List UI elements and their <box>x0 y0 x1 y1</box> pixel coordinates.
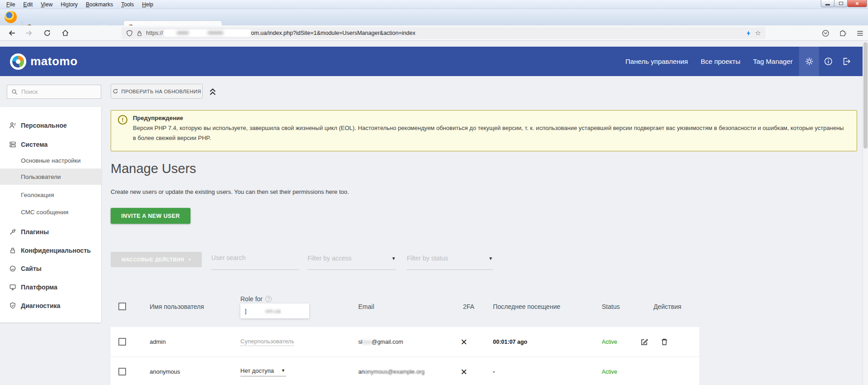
url-redacted-domain <box>164 29 250 37</box>
gear-icon <box>805 57 814 66</box>
window-close-button[interactable]: × <box>847 0 867 7</box>
logout-icon <box>842 57 851 66</box>
matomo-logo[interactable]: matomo <box>10 53 78 70</box>
monitor-icon <box>9 284 16 291</box>
sidebar-search-input[interactable] <box>21 88 89 95</box>
row-checkbox[interactable] <box>118 368 126 375</box>
browser-navigation-toolbar: https://om.ua/index.php?idSite=1&module=… <box>0 25 868 41</box>
column-header-role[interactable]: Role for ? <box>240 295 272 303</box>
server-stack-icon <box>9 141 16 148</box>
forward-button[interactable] <box>24 28 34 38</box>
pocket-icon[interactable] <box>820 28 831 38</box>
nav-dashboard[interactable]: Панель управления <box>619 47 694 76</box>
php-eol-warning-banner: ! Предупреждение Версия PHP 7.4, которую… <box>111 110 857 151</box>
redacted-email-part: ava <box>362 339 371 345</box>
lock-icon[interactable] <box>137 30 142 37</box>
tracking-shield-icon[interactable] <box>126 30 133 37</box>
window-controls: × <box>821 0 867 7</box>
twofa-disabled-icon: × <box>461 366 467 377</box>
window-restore-button[interactable] <box>834 0 848 7</box>
url-bar[interactable]: https://om.ua/index.php?idSite=1&module=… <box>122 27 766 39</box>
column-header-email[interactable]: Email <box>358 303 374 310</box>
sidebar-item-geolocation[interactable]: Геолокация <box>0 187 101 203</box>
trash-icon <box>661 338 668 346</box>
menu-history[interactable]: History <box>57 1 81 8</box>
column-header-name[interactable]: Имя пользователя <box>150 303 204 310</box>
menu-edit[interactable]: Edit <box>20 1 36 8</box>
scrollbar-thumb[interactable] <box>863 42 868 149</box>
back-button[interactable] <box>6 28 17 38</box>
bulk-actions-button[interactable]: МАССОВЫЕ ДЕЙСТВИЯ ▾ <box>111 252 202 267</box>
table-row-admin: admin Суперпользователь slava@gmail.com … <box>111 327 699 357</box>
sidebar-item-personal[interactable]: Персональное <box>0 117 101 134</box>
invite-new-user-button[interactable]: INVITE A NEW USER <box>111 208 190 224</box>
user-role-label: Суперпользователь <box>240 338 294 346</box>
browser-tabbar: itdeveloper.com.ua - Отчеты ве × Управле… <box>0 9 868 25</box>
browser-menubar: File Edit View History Bookmarks Tools H… <box>0 0 868 9</box>
help-icon[interactable]: ? <box>265 296 272 302</box>
sidebar-item-users[interactable]: Пользователи <box>0 168 101 185</box>
nav-all-websites[interactable]: Все проекты <box>694 47 747 76</box>
column-header-last-seen[interactable]: Последнее посещение <box>493 303 561 310</box>
nav-tag-manager[interactable]: Tag Manager <box>746 47 799 76</box>
sidebar-item-sms[interactable]: СМС сообщения <box>0 204 101 220</box>
username: anonymous <box>150 357 180 385</box>
menu-tools[interactable]: Tools <box>117 1 137 8</box>
row-checkbox[interactable] <box>118 338 126 346</box>
sidebar-item-general-settings[interactable]: Основные настройки <box>0 152 101 168</box>
extensions-puzzle-icon[interactable] <box>837 28 848 38</box>
sidebar-item-system[interactable]: Система <box>0 136 101 153</box>
column-header-2fa[interactable]: 2FA <box>463 303 474 310</box>
role-select[interactable]: Нет доступа ▼ <box>240 367 286 376</box>
sidebar-item-platform[interactable]: Платформа <box>0 279 101 295</box>
refresh-icon <box>112 88 118 94</box>
redacted-email-part: onym <box>365 369 379 375</box>
check-for-updates-button[interactable]: ПРОВЕРИТЬ НА ОБНОВЛЕНИЯ <box>111 84 203 99</box>
menu-bookmarks[interactable]: Bookmarks <box>82 1 117 8</box>
menu-help[interactable]: Help <box>138 1 157 8</box>
column-header-status[interactable]: Status <box>602 303 620 310</box>
page-scrollbar[interactable] <box>863 41 868 385</box>
caret-down-icon: ▼ <box>391 255 396 261</box>
edit-user-button[interactable] <box>640 327 649 356</box>
filter-by-access-select[interactable]: Filter by access ▼ <box>307 252 396 270</box>
page-subtitle: Create new users or update the existing … <box>111 188 349 195</box>
logout-button[interactable] <box>837 47 855 76</box>
sidebar-item-plugins[interactable]: Плагины <box>0 224 101 240</box>
table-row-anonymous: anonymous Нет доступа ▼ anonymous@exampl… <box>111 357 699 385</box>
sidebar-item-websites[interactable]: Сайты <box>0 260 101 277</box>
user-search-field[interactable] <box>211 252 299 270</box>
bookmark-star-icon[interactable]: ☆ <box>755 29 761 37</box>
status-badge: Active <box>602 327 617 356</box>
select-all-checkbox[interactable] <box>118 303 126 310</box>
menu-file[interactable]: File <box>3 1 19 8</box>
page-top-gap <box>0 41 868 47</box>
status-badge: Active <box>602 357 617 385</box>
window-minimize-button[interactable] <box>821 0 834 7</box>
delete-user-button[interactable] <box>661 327 668 356</box>
matomo-top-nav: Панель управления Все проекты Tag Manage… <box>619 47 863 76</box>
collapse-menu-double-chevron-icon[interactable] <box>208 86 217 96</box>
caret-down-icon: ▼ <box>488 255 493 261</box>
firefox-logo-icon[interactable] <box>5 11 17 23</box>
hamburger-menu-icon[interactable] <box>854 28 865 38</box>
caret-down-icon: ▾ <box>189 257 191 262</box>
column-header-actions: Действия <box>653 303 681 310</box>
user-search-input[interactable] <box>211 252 299 261</box>
last-seen: - <box>493 357 495 385</box>
sidebar-search[interactable] <box>7 85 101 99</box>
sidebar-item-privacy[interactable]: Конфиденциальность <box>0 242 101 259</box>
sidebar-item-diagnostics[interactable]: Диагностика <box>0 298 101 314</box>
caret-down-icon: ▼ <box>281 368 285 373</box>
matomo-logo-icon <box>10 53 26 70</box>
admin-settings-button[interactable] <box>799 47 819 76</box>
admin-sidebar: Персональное Система Основные настройки … <box>0 107 101 322</box>
filter-by-status-select[interactable]: Filter by status ▼ <box>407 252 493 270</box>
home-button[interactable] <box>60 28 71 38</box>
menu-view[interactable]: View <box>37 1 56 8</box>
lightning-quick-actions-icon[interactable] <box>746 30 751 37</box>
close-icon: × <box>855 0 859 6</box>
help-button[interactable] <box>819 47 837 76</box>
reload-button[interactable] <box>42 28 53 38</box>
role-for-site-selector[interactable]: ] om.ua <box>240 303 309 318</box>
